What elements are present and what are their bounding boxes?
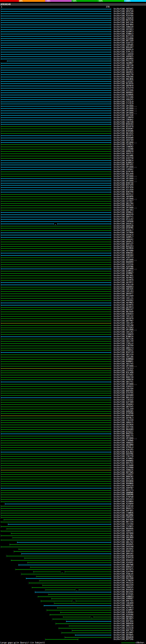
alignment-end-tick xyxy=(111,379,111,380)
alignment-end-tick xyxy=(1,444,1,446)
alignment-end-tick xyxy=(1,332,1,333)
alignment-end-tick xyxy=(1,300,1,301)
alignment-bar xyxy=(1,232,111,233)
alignment-end-tick xyxy=(1,433,1,434)
alignment-end-tick xyxy=(1,411,1,412)
alignment-bar xyxy=(1,486,111,486)
alignment-bar xyxy=(1,72,111,73)
alignment-end-tick xyxy=(1,386,1,387)
alignment-end-tick xyxy=(1,336,1,338)
alignment-end-tick xyxy=(111,205,111,206)
alignment-bar xyxy=(62,632,111,633)
alignment-end-tick xyxy=(111,564,111,566)
hit-row[interactable]: UniRef100_B9T5A6 xyxy=(0,638,146,640)
alignment-end-tick xyxy=(111,632,111,634)
alignment-bar xyxy=(1,158,111,158)
alignment-bar xyxy=(1,474,111,475)
alignment-bar xyxy=(1,108,111,109)
alignment-end-tick xyxy=(111,31,111,32)
alignment-bar xyxy=(1,120,111,120)
alignment-bar xyxy=(1,368,111,369)
alignment-end-tick xyxy=(1,268,1,270)
alignment-end-tick xyxy=(1,192,1,193)
alignment-end-tick xyxy=(111,544,111,545)
alignment-end-tick xyxy=(111,348,111,349)
alignment-end-tick xyxy=(1,124,1,125)
alignment-bar xyxy=(1,364,111,364)
alignment-end-tick xyxy=(1,452,1,453)
alignment-end-tick xyxy=(47,610,47,611)
alignment-end-tick xyxy=(111,122,111,123)
alignment-bar xyxy=(1,314,111,314)
alignment-bar xyxy=(1,334,111,335)
alignment-end-tick xyxy=(111,24,111,26)
alignment-end-tick xyxy=(111,535,111,536)
alignment-end-tick xyxy=(1,76,1,78)
alignment-bar xyxy=(1,138,111,138)
alignment-end-tick xyxy=(1,470,1,471)
alignment-end-tick xyxy=(39,580,40,582)
alignment-end-tick xyxy=(111,580,111,582)
alignment-end-tick xyxy=(111,508,111,509)
alignment-end-tick xyxy=(1,78,1,80)
alignment-bar xyxy=(1,264,111,265)
alignment-end-tick xyxy=(111,553,111,554)
alignment-bar xyxy=(1,9,111,9)
alignment-bar xyxy=(1,510,111,511)
alignment-end-tick xyxy=(1,431,1,432)
alignment-bar xyxy=(1,65,111,66)
alignment-bar xyxy=(1,113,111,113)
alignment-bar xyxy=(1,440,111,441)
alignment-bar xyxy=(1,133,111,134)
alignment-end-tick xyxy=(1,399,1,401)
alignment-bar xyxy=(1,359,111,360)
alignment-end-tick xyxy=(1,422,1,423)
alignment-end-tick xyxy=(111,60,111,62)
alignment-end-tick xyxy=(111,361,111,362)
alignment-end-tick xyxy=(1,196,1,198)
alignment-end-tick xyxy=(111,169,111,170)
alignment-end-tick xyxy=(111,340,111,342)
alignment-bar xyxy=(1,97,111,98)
alignment-end-tick xyxy=(1,436,1,437)
alignment-end-tick xyxy=(1,176,1,177)
alignment-end-tick xyxy=(1,275,1,276)
alignment-end-tick xyxy=(111,329,111,330)
alignment-end-tick xyxy=(1,203,1,204)
alignment-bar xyxy=(39,580,111,581)
alignment-end-tick xyxy=(111,62,111,64)
alignment-end-tick xyxy=(111,214,111,216)
alignment-end-tick xyxy=(1,221,1,222)
alignment-end-tick xyxy=(111,259,111,261)
alignment-bar xyxy=(72,630,111,631)
alignment-end-tick xyxy=(111,52,111,53)
alignment-bar xyxy=(47,610,111,610)
alignment-bar xyxy=(21,574,111,574)
alignment-end-tick xyxy=(111,600,111,602)
identity-scale-label: ~40% xyxy=(45,0,50,2)
alignment-end-tick xyxy=(1,366,1,367)
alignment-end-tick xyxy=(1,392,1,394)
alignment-end-tick xyxy=(1,467,1,468)
alignment-bar xyxy=(1,163,111,163)
alignment-end-tick xyxy=(111,444,111,446)
alignment-end-tick xyxy=(1,207,1,208)
alignment-end-tick xyxy=(1,404,1,405)
alignment-bar xyxy=(1,291,111,292)
alignment-end-tick xyxy=(111,515,111,516)
alignment-end-tick xyxy=(1,266,1,268)
alignment-bar xyxy=(1,294,111,294)
alignment-bar xyxy=(1,90,111,91)
alignment-bar xyxy=(1,147,111,147)
hit-label[interactable]: UniRef100_B9T5A6 xyxy=(114,638,134,640)
alignment-end-tick xyxy=(111,546,111,548)
alignment-end-tick xyxy=(1,187,1,188)
alignment-end-tick xyxy=(33,571,33,572)
alignment-end-tick xyxy=(15,569,16,570)
alignment-bar xyxy=(1,165,111,165)
alignment-end-tick xyxy=(1,155,1,157)
alignment-bar xyxy=(1,479,111,479)
alignment-end-tick xyxy=(1,130,1,132)
alignment-end-tick xyxy=(76,600,76,602)
alignment-end-tick xyxy=(1,354,1,356)
